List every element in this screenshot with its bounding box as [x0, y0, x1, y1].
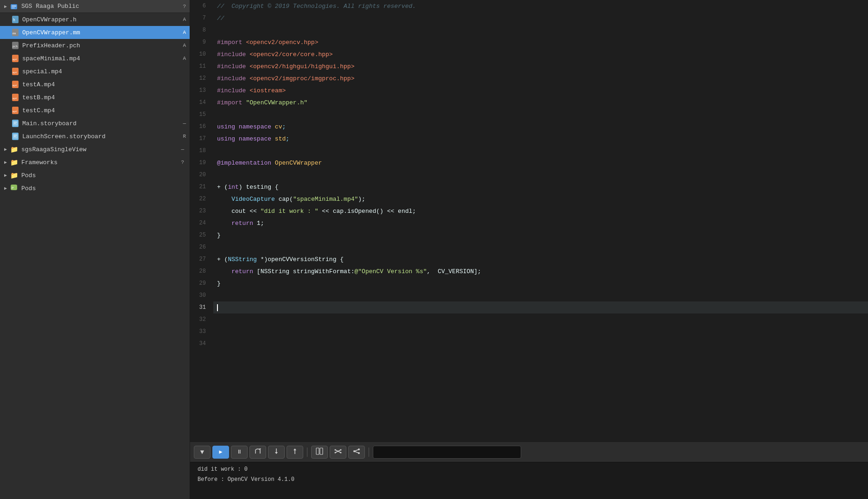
table-row: 10 #include <opencv2/core/core.hpp>: [190, 48, 868, 60]
mp4-file-icon3: mp4: [11, 80, 19, 89]
table-row: 28 return [NSString stringWithFormat:@"O…: [190, 265, 868, 277]
svg-text:h: h: [13, 18, 15, 22]
sidebar-item-label: testC.mp4: [22, 107, 186, 114]
svg-rect-36: [316, 448, 319, 454]
mp4-file-icon2: mp4: [11, 67, 19, 76]
play-button[interactable]: ▶: [212, 446, 229, 459]
svg-text:pch: pch: [13, 45, 18, 48]
sidebar-item-label: testB.mp4: [22, 94, 186, 101]
table-row: 16 using namespace cv;: [190, 121, 868, 133]
table-row: 18: [190, 145, 868, 157]
svg-text:mp4: mp4: [13, 84, 17, 87]
arrow-icon: ▶: [2, 146, 9, 153]
sidebar-item-special-mp4[interactable]: mp4 special.mp4: [0, 65, 190, 78]
sidebar-item-launchscreen-storyboard[interactable]: LaunchScreen.storyboard R: [0, 130, 190, 143]
sidebar-item-label: testA.mp4: [22, 81, 186, 88]
sidebar-item-label: LaunchScreen.storyboard: [22, 133, 183, 140]
line-number: 30: [190, 289, 213, 301]
line-number: 29: [190, 277, 213, 289]
svg-rect-2: [12, 7, 15, 8]
sidebar-group-sgsraagasingleview[interactable]: ▶ 📁 sgsRaagaSingleView —: [0, 143, 190, 156]
play-icon: ▶: [219, 448, 222, 455]
step-into-button[interactable]: [268, 446, 285, 459]
line-number: 22: [190, 193, 213, 205]
svg-rect-1: [12, 6, 16, 6]
svg-text:mp4: mp4: [13, 97, 17, 100]
console-line-2: Before : OpenCV Version 4.1.0: [198, 474, 861, 485]
line-content: + (NSString *)openCVVersionString {: [213, 253, 868, 265]
filter-button[interactable]: ▼: [194, 446, 211, 459]
pods-icon: P: [10, 184, 19, 193]
line-content: cout << "did it work : " << cap.isOpened…: [213, 205, 868, 217]
line-number: 6: [190, 0, 213, 12]
pause-button[interactable]: ⏸: [231, 446, 248, 459]
table-row: 13 #include <iostream>: [190, 84, 868, 96]
sidebar-item-testa-mp4[interactable]: mp4 testA.mp4: [0, 78, 190, 91]
table-row: 29 }: [190, 277, 868, 289]
code-view[interactable]: 6 // Copyright © 2019 Technologies. All …: [190, 0, 868, 441]
sidebar-item-main-storyboard[interactable]: Main.storyboard —: [0, 117, 190, 130]
table-row: 24 return 1;: [190, 217, 868, 229]
sidebar-item-label: special.mp4: [22, 68, 186, 75]
line-number: 32: [190, 313, 213, 326]
toolbar-separator2: [369, 448, 369, 457]
mp4-file-icon5: mp4: [11, 106, 19, 115]
svg-rect-26: [14, 136, 16, 137]
sidebar-group-label: sgsRaagaSingleView: [21, 146, 181, 153]
filter-icon: ▼: [200, 448, 204, 456]
line-content: // Copyright © 2019 Technologies. All ri…: [213, 0, 868, 12]
step-over-button[interactable]: [249, 446, 266, 459]
arrow-icon4: ▶: [2, 185, 9, 192]
mm-file-icon: mm: [11, 28, 19, 37]
sidebar-group-badge2: ?: [181, 160, 188, 165]
svg-rect-37: [320, 448, 323, 454]
line-content: [213, 301, 868, 313]
line-number: 11: [190, 60, 213, 72]
table-row: 30: [190, 289, 868, 301]
share-button[interactable]: [348, 446, 365, 459]
folder-icon3: 📁: [10, 172, 19, 179]
svg-point-48: [353, 450, 355, 452]
sidebar-group-frameworks[interactable]: ▶ 📁 Frameworks ?: [0, 156, 190, 169]
table-row: 7 //: [190, 12, 868, 24]
svg-rect-25: [14, 135, 17, 135]
sidebar-item-opencvwrapper-h[interactable]: h OpenCVWrapper.h A: [0, 13, 190, 26]
mp4-file-icon4: mp4: [11, 93, 19, 102]
sidebar-header-badge: ?: [183, 4, 188, 9]
table-row: 21 + (int) testing {: [190, 181, 868, 193]
table-row: 14 #import "OpenCVWrapper.h": [190, 96, 868, 109]
sidebar-group-label2: Frameworks: [21, 159, 181, 166]
svg-marker-35: [294, 448, 296, 450]
line-content: #include <opencv2/highgui/highgui.hpp>: [213, 60, 868, 72]
line-number: 25: [190, 229, 213, 241]
sidebar-item-label: spaceMinimal.mp4: [22, 55, 183, 62]
sidebar-item-testb-mp4[interactable]: mp4 testB.mp4: [0, 91, 190, 104]
sidebar-group-pods[interactable]: ▶ 📁 Pods: [0, 169, 190, 182]
line-number: 31: [190, 301, 213, 313]
project-icon: [10, 3, 19, 10]
sidebar-header[interactable]: ▶ SGS Raaga Public ?: [0, 0, 190, 13]
sidebar-item-prefixheader-pch[interactable]: pch PrefixHeader.pch A: [0, 39, 190, 52]
sidebar-item-testc-mp4[interactable]: mp4 testC.mp4: [0, 104, 190, 117]
line-number: 15: [190, 109, 213, 121]
view-toggle-button[interactable]: [311, 446, 328, 459]
svg-text:mp4: mp4: [13, 110, 17, 113]
line-content: //: [213, 12, 868, 24]
line-content: #include <opencv2/imgproc/imgproc.hpp>: [213, 72, 868, 84]
step-out-button[interactable]: [287, 446, 303, 459]
breakpoint-button[interactable]: [330, 446, 346, 459]
line-number: 20: [190, 169, 213, 181]
sidebar-item-spaceminimal-mp4[interactable]: mp4 spaceMinimal.mp4 A: [0, 52, 190, 65]
svg-point-50: [358, 452, 360, 454]
sidebar-group-label3: Pods: [21, 172, 184, 179]
line-content: #import <opencv2/opencv.hpp>: [213, 36, 868, 48]
sidebar: ▶ SGS Raaga Public ? h OpenCVWrapper.h A…: [0, 0, 190, 499]
line-number: 13: [190, 84, 213, 96]
editor-area: 6 // Copyright © 2019 Technologies. All …: [190, 0, 868, 499]
step-over-icon: [254, 448, 262, 457]
sidebar-group-pods2[interactable]: ▶ P Pods: [0, 182, 190, 195]
console-search-box[interactable]: [373, 446, 521, 459]
sidebar-item-label: OpenCVWrapper.h: [22, 16, 183, 23]
sidebar-item-opencvwrapper-mm[interactable]: mm OpenCVWrapper.mm A: [0, 26, 190, 39]
svg-rect-21: [14, 122, 17, 122]
